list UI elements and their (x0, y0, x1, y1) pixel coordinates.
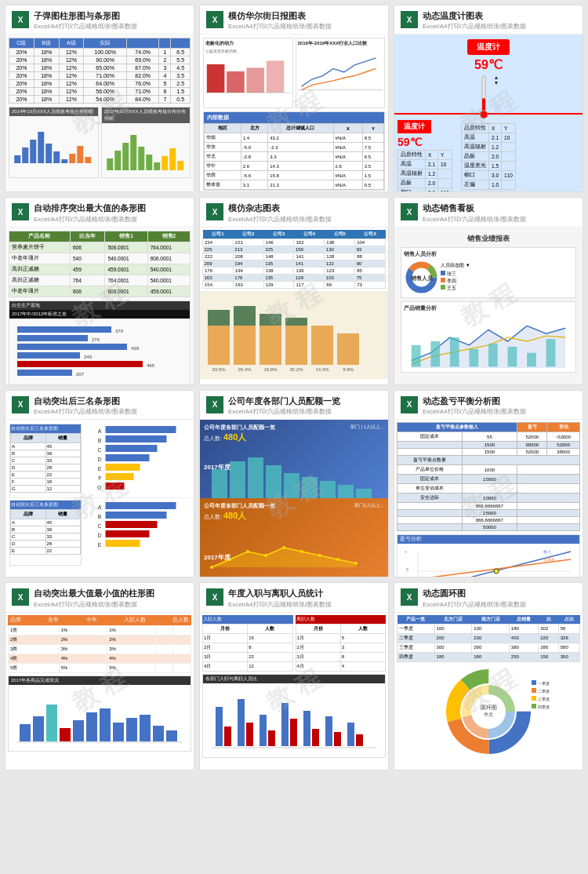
svg-point-113 (210, 566, 213, 569)
card-breakeven[interactable]: X 动态盈亏平衡分析图 Excel/A4打印/六品规格纸张/图表数据 教 程 盈… (394, 390, 583, 577)
excel-icon-8: X (206, 396, 223, 413)
svg-rect-9 (85, 157, 91, 163)
svg-point-117 (282, 546, 285, 549)
svg-point-115 (246, 550, 249, 553)
svg-line-125 (418, 559, 571, 577)
svg-rect-18 (169, 148, 176, 170)
card-donut[interactable]: X 动态圆环图 Excel/A4打印/六品规格纸张/图表数据 教 程 产品一览 … (394, 582, 583, 770)
svg-rect-71 (106, 435, 167, 442)
card-4-subtitle: Excel/A4打印/六品规格纸张/图表数据 (34, 215, 187, 224)
svg-rect-72 (106, 445, 158, 452)
svg-rect-68 (527, 353, 536, 367)
card-6-subtitle: Excel/A4打印/六品规格纸张/图表数据 (423, 215, 576, 224)
card-3-title-block: 动态温度计图表 Excel/A4打印/六品规格纸张/图表数据 (423, 10, 576, 31)
wsj-chart-2: 2016年-2019年XXX行业人口比较 (296, 38, 386, 108)
excel-icon-6: X (401, 203, 418, 220)
donut-chart-area: 圆环图 季度 一季度 二季度 三季度 四季度 (397, 665, 580, 759)
card-9-title-block: 动态盈亏平衡分析图 Excel/A4打印/六品规格纸张/图表数据 (423, 395, 576, 416)
svg-rect-63 (430, 341, 440, 366)
svg-rect-15 (146, 155, 152, 170)
svg-text:33.5%: 33.5% (212, 367, 226, 372)
svg-rect-158 (334, 732, 341, 746)
card-grid: X 子弹图柱形图与条形图 Excel/A4打印/六品规格纸张/图表数据 教 程 … (0, 0, 588, 775)
card-4-preview: 教 程 产品名称 比当年 销售1 销售2 营养麦片饼干606506.000176… (5, 228, 194, 384)
svg-rect-8 (77, 146, 83, 163)
svg-rect-12 (122, 143, 129, 170)
hr-svg (203, 683, 385, 754)
svg-rect-156 (312, 729, 319, 746)
card-sales-dashboard[interactable]: X 动态销售看板 Excel/A4打印/六品规格纸张/图表数据 教 程 销售业绩… (394, 197, 583, 384)
card-1-header: X 子弹图柱形图与条形图 Excel/A4打印/六品规格纸张/图表数据 (5, 5, 194, 35)
card-9-title: 动态盈亏平衡分析图 (423, 395, 576, 406)
donut-svg: 圆环图 季度 一季度 二季度 三季度 四季度 (418, 665, 559, 759)
excel-icon-2: X (206, 11, 223, 28)
svg-rect-141 (113, 723, 124, 741)
card-8-title-block: 公司年度各部门人员配额一览 Excel/A4打印/六品规格纸张/图表数据 (228, 395, 382, 416)
svg-text:C: C (97, 523, 101, 529)
card-bottom3[interactable]: X 自动突出后三名条形图 Excel/A4打印/六品规格纸张/图表数据 教 程 … (5, 390, 194, 577)
card-minmax[interactable]: X 自动突出最大值最小值的柱形图 Excel/A4打印/六品规格纸张/图表数据 … (5, 582, 194, 770)
svg-text:季度: 季度 (484, 712, 493, 717)
svg-rect-42 (208, 310, 230, 326)
svg-rect-135 (33, 716, 44, 741)
svg-rect-20 (207, 64, 225, 93)
year-label-2: 2017年度 (204, 553, 230, 562)
excel-icon-5: X (206, 203, 223, 220)
card-5-title-block: 模仿杂志图表 Excel/A4打印/六品规格纸张/图表数据 (228, 202, 382, 223)
svg-text:总成本: 总成本 (543, 557, 555, 562)
thermo-controls: ▲ ▼ (478, 75, 499, 122)
card-2-title-block: 模仿华尔街日报图表 Excel/A4打印/六品规格纸张/图表数据 (228, 10, 382, 31)
wsj-svg-2 (298, 49, 383, 96)
year-label-1: 2017年度 (204, 463, 230, 472)
card-10-preview: 教 程 品类 去年 今年 入职人数 总人数 1类1%1% 2类2%2% 3类3%… (5, 613, 194, 770)
b3-svg-2: A B C D E (84, 500, 190, 563)
product-analysis: 产品销量分析 (401, 301, 576, 373)
svg-rect-31 (17, 344, 127, 350)
svg-rect-2 (30, 140, 36, 163)
card-staff-quota[interactable]: X 公司年度各部门人员配额一览 Excel/A4打印/六品规格纸张/图表数据 教… (199, 390, 389, 577)
svg-text:销售人员: 销售人员 (410, 275, 434, 282)
svg-rect-70 (106, 426, 176, 433)
card-auto-sort[interactable]: X 自动排序突出最大值的条形图 Excel/A4打印/六品规格纸张/图表数据 教… (5, 197, 194, 384)
excel-icon-11: X (206, 588, 223, 606)
svg-rect-84 (106, 502, 176, 509)
bullet-svg-1 (9, 116, 98, 167)
svg-rect-5 (53, 151, 60, 163)
card-wsj[interactable]: X 模仿华尔街日报图表 Excel/A4打印/六品规格纸张/图表数据 教 程 老… (199, 5, 389, 192)
svg-text:B: B (98, 514, 102, 519)
svg-point-119 (318, 554, 321, 557)
sales-top-row: 销售人员分析 销售人员 人员筛选图 ▼ 张三 (401, 247, 576, 298)
card-magazine[interactable]: X 模仿杂志图表 Excel/A4打印/六品规格纸张/图表数据 教 程 公司1 … (199, 197, 389, 384)
card-7-header: X 自动突出后三名条形图 Excel/A4打印/六品规格纸张/图表数据 (5, 391, 194, 420)
bullet-svg-2 (102, 123, 191, 174)
be-svg: 收入 总成本 固定成本 0 + - (397, 544, 579, 577)
svg-point-116 (264, 554, 267, 557)
donut-svg-1: 销售人员 (404, 260, 439, 295)
card-12-subtitle: Excel/A4打印/六品规格纸张/图表数据 (423, 600, 576, 609)
svg-text:二季度: 二季度 (538, 689, 550, 694)
svg-text:495: 495 (147, 363, 155, 368)
card-bullet-bar[interactable]: X 子弹图柱形图与条形图 Excel/A4打印/六品规格纸张/图表数据 教 程 … (5, 5, 194, 192)
staff-bottom: 公司年度各部门人员配额一览 总人数: 480人 部门1人以上... (200, 498, 388, 577)
svg-rect-76 (106, 483, 125, 490)
svg-text:14.3%: 14.3% (315, 367, 329, 372)
svg-text:E: E (98, 542, 102, 548)
donut-table: 产品一览 北方门店 南方门店 总销量 比 占比 一季度1001301803025… (397, 615, 580, 662)
card-5-header: X 模仿杂志图表 Excel/A4打印/六品规格纸张/图表数据 (200, 198, 388, 227)
svg-rect-99 (302, 477, 318, 501)
svg-rect-48 (285, 318, 307, 326)
card-1-title: 子弹图柱形图与条形图 (34, 10, 187, 21)
wsj-table-area: 内部数据 地区 北方 总计城镇人口 X Y 华南1.443.2#N/A8.5 华… (203, 111, 385, 191)
bullet-chart-right: 2017年10月XXX人员绩效考核分布分布明细 (101, 107, 191, 178)
svg-rect-88 (106, 540, 140, 547)
card-8-subtitle: Excel/A4打印/六品规格纸张/图表数据 (228, 407, 382, 416)
mag-top-table: 公司1 公司2 公司3 公司4 公司5 公司6 2342211461621381… (200, 228, 388, 291)
card-hr-stats[interactable]: X 年度入职与离职人员统计 Excel/A4打印/六品规格纸张/图表数据 教 程… (199, 582, 389, 770)
card-thermometer[interactable]: X 动态温度计图表 Excel/A4打印/六品规格纸张/图表数据 教 程 温度计… (394, 5, 583, 192)
svg-rect-23 (267, 61, 285, 93)
svg-rect-65 (469, 349, 478, 367)
svg-rect-175 (532, 688, 536, 693)
sort-bar-svg: 370 276 439 245 495 207 (9, 319, 190, 381)
svg-rect-1 (22, 147, 28, 163)
svg-rect-10 (107, 158, 113, 170)
